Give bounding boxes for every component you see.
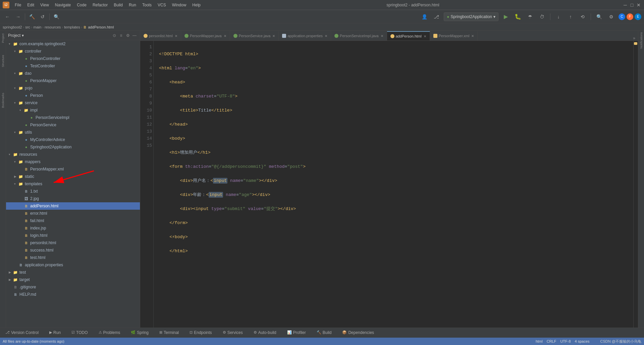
tree-item-fail-html[interactable]: 🗎 fail.html	[6, 217, 140, 224]
breadcrumb-main[interactable]: main	[34, 25, 42, 29]
git-update-button[interactable]: ↓	[554, 12, 563, 21]
run-button[interactable]: ▶	[501, 12, 511, 21]
tree-item-com-example-springboot2[interactable]: ▾ 📁 com.example.springboot2	[6, 40, 140, 48]
status-crlf[interactable]: CRLF	[547, 339, 556, 343]
firefox-icon[interactable]: F	[627, 13, 633, 20]
menu-code[interactable]: Code	[74, 2, 89, 8]
tree-item-1-txt[interactable]: 🗎 1.txt	[6, 188, 140, 195]
tree-item-test[interactable]: ▶ 📁 test	[6, 269, 140, 276]
panel-hide-button[interactable]: —	[131, 32, 138, 39]
tab-problems[interactable]: ⚠ Problems	[96, 328, 123, 338]
tree-item-utils[interactable]: ▾ 📁 utils	[6, 129, 140, 136]
tree-item-resources[interactable]: ▾ 📁 resources	[6, 151, 140, 158]
menu-vcs[interactable]: VCS	[155, 2, 169, 8]
breadcrumb-resources[interactable]: resources	[45, 25, 61, 29]
tab-personmapper-xml-close[interactable]: ✕	[471, 34, 474, 38]
status-indent[interactable]: 4 spaces	[575, 339, 590, 343]
tab-profiler[interactable]: 📊 Profiler	[284, 328, 309, 338]
panel-collapse-button[interactable]: ≡	[118, 32, 124, 39]
forward-button[interactable]: →	[13, 12, 23, 21]
tab-personmapper-java-close[interactable]: ✕	[224, 34, 226, 38]
close-button[interactable]: ✕	[636, 2, 641, 8]
tree-item-Person[interactable]: ● Person	[6, 92, 140, 99]
tree-item-controller[interactable]: ▾ 📁 controller	[6, 48, 140, 55]
maximize-button[interactable]: □	[629, 2, 635, 8]
menu-build[interactable]: Build	[111, 2, 125, 8]
breadcrumb-file[interactable]: 🗎addPerson.html	[83, 25, 114, 29]
tab-build[interactable]: 🔨 Build	[314, 328, 334, 338]
tree-item-test-html[interactable]: 🗎 test.html	[6, 254, 140, 261]
tree-item-addPerson-html[interactable]: 🗎 addPerson.html	[6, 202, 140, 210]
user-icon[interactable]: 👤	[420, 12, 429, 21]
tabs-more-button[interactable]: »	[630, 36, 638, 41]
menu-view[interactable]: View	[38, 2, 52, 8]
edge-icon[interactable]: E	[635, 13, 641, 20]
tab-addperson-close[interactable]: ✕	[424, 34, 426, 38]
tree-item-service[interactable]: ▾ 📁 service	[6, 99, 140, 107]
tab-personserviceimpl[interactable]: PersonServiceImpl.java ✕	[331, 31, 387, 41]
menu-edit[interactable]: Edit	[24, 2, 37, 8]
tab-endpoints[interactable]: ⊡ Endpoints	[187, 328, 214, 338]
tree-container[interactable]: ▾ 📁 com.example.springboot2 ▾ 📁 controll…	[6, 40, 140, 328]
tree-item-target[interactable]: ▶ 📁 target	[6, 276, 140, 283]
tree-item-2-jpg[interactable]: 🖼 2.jpg	[6, 195, 140, 202]
tab-spring[interactable]: 🌿 Spring	[128, 328, 151, 338]
tree-item-application-properties[interactable]: 🗎 application.properties	[6, 261, 140, 269]
tab-personservice-close[interactable]: ✕	[272, 34, 275, 38]
tree-item-PersonController[interactable]: ● PersonController	[6, 55, 140, 62]
menu-help[interactable]: Help	[190, 2, 203, 8]
breadcrumb-templates[interactable]: templates	[64, 25, 80, 29]
panel-settings-button[interactable]: ⚙	[124, 32, 131, 39]
tree-item-impl[interactable]: ▾ 📁 impl	[6, 107, 140, 114]
tree-item--gitignore[interactable]: 🗎 .gitignore	[6, 283, 140, 291]
settings-button[interactable]: ⚙	[606, 12, 616, 21]
menu-file[interactable]: File	[12, 2, 24, 8]
tab-terminal[interactable]: ⊞ Terminal	[157, 328, 181, 338]
menu-refactor[interactable]: Refactor	[90, 2, 110, 8]
tab-personmapper-xml[interactable]: PersonMapper.xml ✕	[430, 31, 478, 41]
run-config[interactable]: ● Springboot2Application ▾	[444, 12, 498, 21]
build-button[interactable]: 🔨	[27, 12, 37, 21]
tab-application-props[interactable]: application.properties ✕	[279, 31, 331, 41]
tree-item-error-html[interactable]: 🗎 error.html	[6, 210, 140, 217]
tab-personlist-close[interactable]: ✕	[175, 34, 177, 38]
tree-item-personlist-html[interactable]: 🗎 personlist.html	[6, 239, 140, 247]
menu-navigate[interactable]: Navigate	[52, 2, 73, 8]
chrome-icon[interactable]: C	[619, 13, 625, 20]
tree-item-PersonMapper-xml[interactable]: 🗎 PersonMapper.xml	[6, 165, 140, 173]
menu-window[interactable]: Window	[169, 2, 189, 8]
tree-item-TestController[interactable]: ● TestController	[6, 62, 140, 70]
tree-item-PersonService[interactable]: ● PersonService	[6, 121, 140, 129]
notifications-button[interactable]: Notifications	[640, 32, 643, 49]
tree-item-HELP-md[interactable]: 🗎 HELP.md	[6, 291, 140, 298]
status-encoding[interactable]: UTF-8	[560, 339, 571, 343]
profile-button[interactable]: ⏱	[537, 12, 547, 21]
tab-version-control[interactable]: ⎇ Version Control	[3, 328, 41, 338]
tab-services[interactable]: ⚙ Services	[220, 328, 246, 338]
project-panel-toggle[interactable]: Project	[1, 33, 5, 43]
vcs-button[interactable]: ⎇	[432, 12, 441, 21]
structure-panel-toggle[interactable]: Structure	[1, 55, 5, 67]
tree-item-PersonServiceImpl[interactable]: ● PersonServiceImpl	[6, 114, 140, 121]
tree-item-pojo[interactable]: ▾ 📁 pojo	[6, 84, 140, 92]
coverage-button[interactable]: ☂	[525, 12, 535, 21]
breadcrumb-project[interactable]: springboot2	[3, 25, 22, 29]
tab-personserviceimpl-close[interactable]: ✕	[381, 34, 383, 38]
panel-locate-button[interactable]: ⊙	[111, 32, 118, 39]
debug-button[interactable]: 🐛	[513, 12, 523, 21]
status-mode[interactable]: html	[536, 339, 543, 343]
menu-tools[interactable]: Tools	[140, 2, 154, 8]
tab-auto-build[interactable]: ⚙ Auto-build	[251, 328, 279, 338]
bookmarks-panel-toggle[interactable]: Bookmarks	[1, 93, 5, 108]
tab-dependencies[interactable]: 📦 Dependencies	[339, 328, 377, 338]
tree-item-index-jsp[interactable]: 🗎 index.jsp	[6, 224, 140, 232]
tree-item-login-html[interactable]: 🗎 login.html	[6, 232, 140, 239]
git-history-button[interactable]: ⟲	[578, 12, 587, 21]
tree-item-MyControllerAdvice[interactable]: ● MyControllerAdvice	[6, 136, 140, 143]
tree-item-static[interactable]: ▶ 📁 static	[6, 173, 140, 180]
tab-personmapper-java[interactable]: PersonMapper.java ✕	[181, 31, 230, 41]
tab-addperson[interactable]: addPerson.html ✕	[387, 31, 430, 41]
tree-item-mappers[interactable]: ▾ 📁 mappers	[6, 158, 140, 165]
tab-run[interactable]: ▶ Run	[47, 328, 63, 338]
sync-button[interactable]: ↺	[38, 12, 47, 21]
